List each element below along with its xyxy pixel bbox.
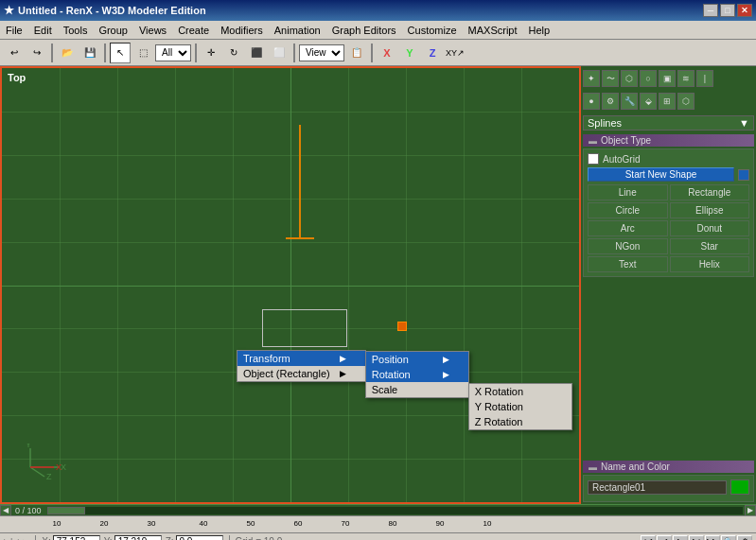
color-swatch[interactable] (730, 479, 749, 495)
view-dropdown[interactable]: View (299, 44, 344, 61)
play-button[interactable]: ▶ (673, 535, 688, 541)
object-type-panel: AutoGrid Start New Shape Line Rectangle … (583, 148, 754, 277)
shape-btn-helix[interactable]: Helix (670, 256, 750, 272)
maximize-button[interactable]: □ (720, 4, 735, 17)
rotate-button[interactable]: ↻ (223, 43, 244, 63)
play-prev-button[interactable]: ◀ (657, 535, 672, 541)
zoom-button[interactable]: 🔍 (721, 535, 736, 541)
transform-handle[interactable] (397, 322, 407, 331)
panel-btn-5[interactable]: ▣ (659, 70, 676, 87)
menu-file[interactable]: File (0, 24, 28, 37)
panel-btn-1[interactable]: ✦ (583, 70, 600, 87)
menu-modifiers[interactable]: Modifiers (215, 24, 269, 37)
shape-btn-ngon[interactable]: NGon (588, 238, 668, 254)
menu-customize[interactable]: Customize (402, 24, 463, 37)
autogrid-row: AutoGrid (588, 153, 749, 165)
menu-graph-editors[interactable]: Graph Editors (326, 24, 402, 37)
scroll-left-button[interactable]: ◀ (0, 505, 11, 516)
menu-edit[interactable]: Edit (28, 24, 58, 37)
settings-button[interactable]: ⚙ (737, 535, 752, 541)
undo-button[interactable]: ↩ (4, 43, 25, 63)
start-new-shape-checkbox[interactable] (738, 169, 749, 181)
play-end-button[interactable]: ▶▶ (705, 535, 720, 541)
menu-views[interactable]: Views (133, 24, 172, 37)
viewport[interactable]: Top (0, 66, 581, 504)
start-new-shape-button[interactable]: Start New Shape (588, 167, 734, 182)
redo-button[interactable]: ↪ (26, 43, 47, 63)
z-axis-button[interactable]: Z (422, 43, 443, 63)
ctx-rotation[interactable]: Rotation ▶ X Rotation Y Rotation (366, 367, 468, 382)
menu-animation[interactable]: Animation (269, 24, 326, 37)
ctx-x-rotation[interactable]: X Rotation (469, 384, 571, 399)
save-button[interactable]: 💾 (79, 43, 100, 63)
y-axis-button[interactable]: Y (399, 43, 420, 63)
ruler-label-70: 70 (342, 519, 350, 528)
ruler-label-10: 10 (53, 519, 62, 528)
name-color-row (588, 479, 749, 495)
menu-group[interactable]: Group (93, 24, 133, 37)
ctx-z-rotation[interactable]: Z Rotation (469, 414, 571, 429)
object-name-input[interactable] (588, 480, 727, 495)
menu-maxscript[interactable]: MAXScript (463, 24, 523, 37)
shape-btn-donut[interactable]: Donut (670, 220, 750, 236)
panel-btn-8[interactable]: ● (583, 93, 600, 110)
play-next-button[interactable]: ▶| (689, 535, 704, 541)
ctx-position[interactable]: Position ▶ (366, 352, 468, 367)
panel-btn-11[interactable]: ⬙ (640, 93, 657, 110)
panel-btn-13[interactable]: ⬡ (677, 93, 694, 110)
toolbar-sep-1 (51, 44, 53, 62)
splines-dropdown[interactable]: Splines ▼ (583, 115, 754, 131)
reference-button[interactable]: 📋 (346, 43, 367, 63)
mirror-button[interactable]: ⬜ (269, 43, 290, 63)
x-axis-button[interactable]: X (377, 43, 397, 63)
region-select-button[interactable]: ⬚ (132, 43, 153, 63)
panel-btn-7[interactable]: | (696, 70, 713, 87)
shape-btn-line[interactable]: Line (588, 184, 668, 200)
panel-btn-6[interactable]: ≋ (677, 70, 694, 87)
panel-btn-10[interactable]: 🔧 (621, 93, 638, 110)
xyz-button[interactable]: XY↗ (445, 43, 466, 63)
scale-button[interactable]: ⬛ (246, 43, 267, 63)
panel-btn-9[interactable]: ⚙ (602, 93, 619, 110)
play-start-button[interactable]: |◀ (641, 535, 656, 541)
scroll-thumb[interactable] (47, 507, 85, 514)
panel-toolbar-2: ● ⚙ 🔧 ⬙ ⊞ ⬡ (583, 91, 754, 112)
gizmo-vertical (299, 125, 301, 238)
shape-btn-rectangle[interactable]: Rectangle (670, 184, 750, 200)
ctx-transform[interactable]: Transform ▶ Position ▶ Rotation ▶ (237, 351, 365, 366)
main-area: Top (0, 66, 756, 504)
status-y: Y: 17.219 (104, 535, 162, 540)
rectangle-shape[interactable] (262, 309, 347, 347)
viewport-label: Top (8, 72, 26, 83)
select-button[interactable]: ↖ (110, 43, 131, 63)
panel-btn-3[interactable]: ⬡ (621, 70, 638, 87)
shape-btn-star[interactable]: Star (670, 238, 750, 254)
autogrid-checkbox[interactable] (588, 153, 599, 165)
ctx-object-rectangle[interactable]: Object (Rectangle) ▶ (237, 366, 365, 381)
shape-btn-circle[interactable]: Circle (588, 202, 668, 218)
menu-tools[interactable]: Tools (58, 24, 94, 37)
gizmo-horizontal (286, 237, 314, 239)
menu-create[interactable]: Create (172, 24, 215, 37)
shape-btn-arc[interactable]: Arc (588, 220, 668, 236)
menu-help[interactable]: Help (523, 24, 556, 37)
ruler-label-60: 60 (294, 519, 303, 528)
ctx-scale[interactable]: Scale (366, 382, 468, 397)
selection-filter-dropdown[interactable]: All (155, 44, 191, 61)
panel-btn-12[interactable]: ⊞ (659, 93, 676, 110)
shape-btn-text[interactable]: Text (588, 256, 668, 272)
ctx-y-rotation[interactable]: Y Rotation (469, 399, 571, 414)
minimize-button[interactable]: ─ (703, 4, 718, 17)
move-button[interactable]: ✛ (201, 43, 221, 63)
panel-btn-4[interactable]: ○ (640, 70, 657, 87)
name-color-label: Name and Color (601, 462, 670, 472)
svg-text:Y: Y (26, 444, 31, 449)
panel-btn-2[interactable]: 〜 (602, 70, 619, 87)
close-button[interactable]: ✕ (737, 4, 752, 17)
menubar: File Edit Tools Group Views Create Modif… (0, 21, 756, 40)
shape-btn-ellipse[interactable]: Ellipse (670, 202, 750, 218)
open-button[interactable]: 📂 (57, 43, 78, 63)
scroll-right-button[interactable]: ▶ (745, 505, 756, 516)
ruler-label-30: 30 (148, 519, 156, 528)
axis-indicator: X Y Z X (21, 444, 68, 483)
